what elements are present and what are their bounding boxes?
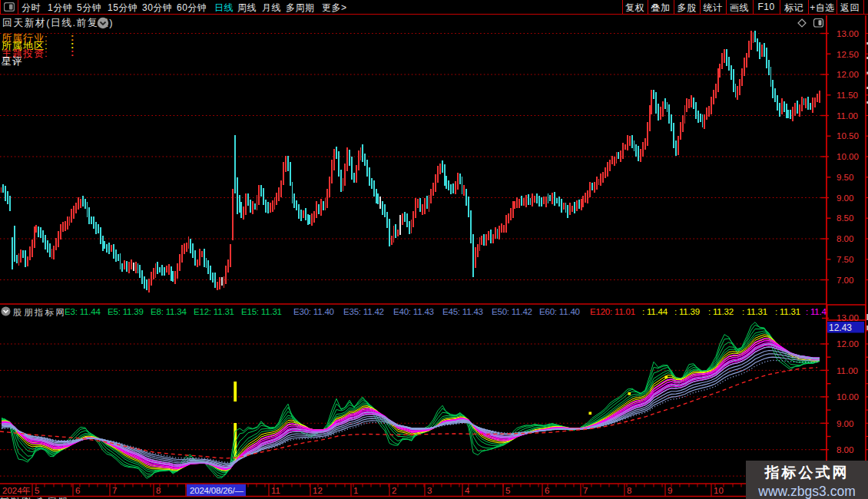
- svg-text:13.00: 13.00: [837, 313, 859, 322]
- svg-text:9.00: 9.00: [837, 419, 853, 428]
- svg-text:12.00: 12.00: [837, 70, 859, 79]
- svg-text:9: 9: [668, 486, 672, 495]
- svg-text:7.00: 7.00: [837, 276, 853, 285]
- svg-text:11.00: 11.00: [837, 366, 858, 375]
- svg-text:10.00: 10.00: [837, 392, 859, 402]
- svg-text:12.43: 12.43: [829, 322, 852, 333]
- svg-text:11.00: 11.00: [837, 111, 858, 121]
- svg-text:12.00: 12.00: [837, 339, 859, 349]
- svg-text:13.00: 13.00: [837, 29, 859, 38]
- svg-text:8.50: 8.50: [837, 213, 853, 223]
- svg-text:8.00: 8.00: [837, 234, 853, 243]
- svg-text:8: 8: [627, 486, 631, 495]
- svg-text:7: 7: [583, 486, 588, 495]
- svg-text:6: 6: [75, 486, 80, 495]
- svg-text:8: 8: [156, 486, 161, 495]
- svg-text:11: 11: [271, 486, 280, 495]
- svg-text:10: 10: [714, 486, 724, 495]
- svg-text:10.00: 10.00: [837, 152, 859, 161]
- svg-text:5: 5: [505, 486, 510, 495]
- svg-text:11.50: 11.50: [837, 91, 858, 100]
- svg-text:2024/08/26/—: 2024/08/26/—: [190, 486, 244, 495]
- svg-text:3: 3: [427, 486, 432, 495]
- svg-text:9.50: 9.50: [837, 173, 853, 182]
- svg-text:7: 7: [112, 486, 117, 495]
- svg-text:2024年: 2024年: [2, 486, 31, 495]
- svg-text:9.00: 9.00: [837, 193, 853, 203]
- svg-text:4: 4: [465, 486, 470, 495]
- svg-text:2: 2: [392, 486, 396, 495]
- svg-text:10.50: 10.50: [837, 131, 859, 140]
- svg-text:12: 12: [313, 486, 323, 495]
- svg-text:1: 1: [353, 486, 358, 495]
- svg-text:12.50: 12.50: [837, 50, 859, 59]
- svg-text:5: 5: [35, 486, 39, 495]
- svg-text:6: 6: [545, 486, 549, 495]
- svg-text:8.00: 8.00: [837, 445, 853, 454]
- svg-text:7.50: 7.50: [837, 255, 853, 264]
